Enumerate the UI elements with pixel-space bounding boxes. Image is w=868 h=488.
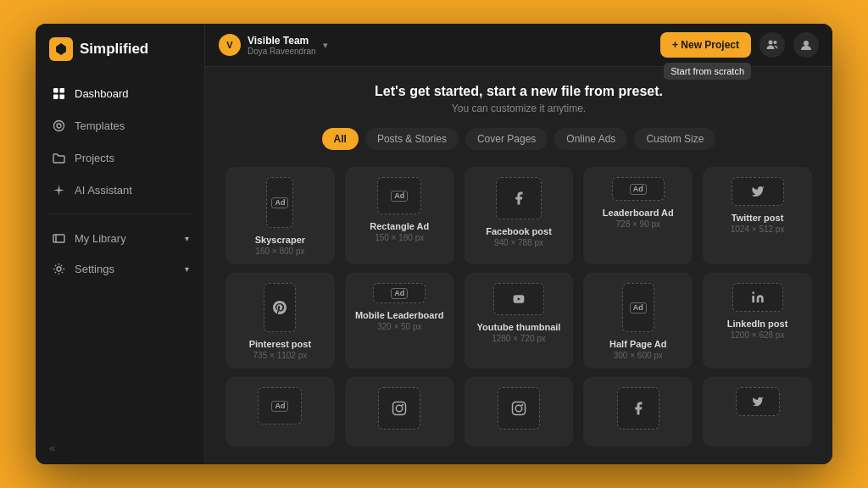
filter-custom-size[interactable]: Custom Size (634, 128, 715, 150)
team-sub: Doya Raveendran (248, 47, 316, 56)
svg-rect-3 (53, 94, 58, 99)
svg-point-16 (396, 405, 403, 412)
sidebar-item-templates[interactable]: Templates (42, 110, 198, 141)
preset-thumb: Ad (232, 177, 328, 228)
svg-point-14 (752, 291, 754, 294)
preset-pinterest-post[interactable]: Pinterest post 735 × 1102 px (225, 273, 335, 369)
preset-leaderboard-ad[interactable]: Ad Leaderboard Ad 728 × 90 px (583, 167, 693, 264)
preset-row3-3[interactable] (465, 377, 574, 446)
profile-button[interactable] (793, 32, 819, 58)
svg-point-11 (804, 41, 809, 46)
sidebar-nav: Dashboard Templates Projects (36, 78, 204, 205)
preset-grid-row2: Pinterest post 735 × 1102 px Ad Mobile L… (225, 273, 812, 369)
preset-size: 160 × 800 px (255, 247, 304, 256)
preset-half-page-ad[interactable]: Ad Half Page Ad 300 × 600 px (583, 273, 693, 369)
preset-row3-2[interactable] (345, 377, 454, 446)
new-project-tooltip: Start from scratch (664, 63, 751, 80)
filter-tabs: All Posts & Stories Cover Pages Online A… (225, 128, 812, 150)
sidebar-divider (49, 214, 191, 214)
logo-icon (49, 37, 73, 61)
content-title: Let's get started, start a new file from… (225, 84, 812, 99)
sidebar-section-settings[interactable]: Settings ▾ (36, 253, 204, 284)
team-info: Visible Team Doya Raveendran (248, 35, 316, 56)
filter-posts-stories[interactable]: Posts & Stories (365, 128, 459, 150)
preset-row3-4[interactable] (583, 377, 693, 446)
svg-point-10 (774, 41, 777, 44)
new-project-tooltip-wrap: + New Project Start from scratch (660, 32, 751, 58)
sidebar-item-projects-label: Projects (75, 152, 114, 164)
preset-linkedin-post[interactable]: LinkedIn post 1200 × 628 px (703, 273, 812, 369)
svg-point-19 (515, 405, 522, 412)
svg-rect-4 (59, 94, 64, 99)
sidebar-item-dashboard-label: Dashboard (75, 87, 129, 100)
preset-rectangle-ad[interactable]: Ad Rectangle Ad 150 × 180 px (345, 167, 454, 264)
sidebar-library-label: My Library (75, 232, 126, 245)
preset-twitter-post[interactable]: Twitter post 1024 × 512 px (703, 167, 812, 264)
topbar: V Visible Team Doya Raveendran ▾ + New P… (205, 24, 832, 67)
preset-mobile-leaderboard[interactable]: Ad Mobile Leaderboard 320 × 50 px (345, 273, 454, 369)
gear-icon (51, 261, 66, 276)
svg-rect-18 (512, 402, 525, 415)
filter-cover-pages[interactable]: Cover Pages (465, 128, 548, 150)
content-area: Let's get started, start a new file from… (205, 67, 832, 464)
preset-name: Skyscraper (255, 235, 305, 245)
new-project-button[interactable]: + New Project (660, 32, 751, 58)
team-avatar: V (219, 34, 241, 56)
svg-point-17 (402, 404, 403, 406)
sidebar-item-ai-assistant[interactable]: AI Assistant (42, 175, 198, 205)
users-button[interactable] (760, 32, 785, 58)
topbar-right: + New Project Start from scratch (660, 32, 819, 58)
app-name: Simplified (80, 41, 148, 58)
svg-rect-2 (59, 88, 64, 93)
svg-rect-1 (53, 88, 58, 93)
team-name: Visible Team (248, 35, 316, 47)
content-subtitle: You can customize it anytime. (225, 103, 812, 114)
preset-grid-row3: Ad (225, 377, 812, 446)
content-header: Let's get started, start a new file from… (225, 84, 812, 114)
svg-point-8 (57, 267, 61, 271)
sparkle-icon (51, 182, 66, 197)
chevron-down-icon-2: ▾ (185, 264, 189, 274)
sidebar-logo: Simplified (36, 24, 204, 78)
svg-point-9 (769, 41, 773, 45)
preset-skyscraper[interactable]: Ad Skyscraper 160 × 800 px (225, 167, 335, 264)
team-selector[interactable]: V Visible Team Doya Raveendran ▾ (219, 34, 328, 56)
sidebar: Simplified Dashboard (36, 24, 205, 464)
library-icon (51, 230, 66, 246)
sidebar-collapse-btn[interactable]: « (36, 431, 204, 464)
sidebar-item-templates-label: Templates (75, 119, 125, 132)
svg-point-20 (521, 404, 523, 406)
folder-icon (51, 150, 66, 165)
sidebar-item-dashboard[interactable]: Dashboard (42, 78, 198, 108)
sidebar-settings-label: Settings (75, 263, 114, 275)
preset-row3-5[interactable] (703, 377, 812, 446)
thumb-inner: Ad (266, 177, 293, 228)
svg-point-5 (53, 120, 64, 130)
svg-rect-13 (752, 296, 754, 302)
preset-youtube-thumbnail[interactable]: Youtube thumbnail 1280 × 720 px (465, 273, 574, 369)
grid-icon (51, 86, 66, 101)
main-area: V Visible Team Doya Raveendran ▾ + New P… (205, 24, 832, 464)
preset-row3-1[interactable]: Ad (225, 377, 335, 446)
layers-icon (51, 118, 66, 133)
collapse-icon: « (49, 441, 55, 454)
app-window: Simplified Dashboard (36, 24, 832, 464)
filter-online-ads[interactable]: Online Ads (554, 128, 627, 150)
svg-rect-15 (393, 402, 406, 415)
sidebar-item-ai-label: AI Assistant (75, 184, 132, 197)
preset-grid-row1: Ad Skyscraper 160 × 800 px Ad Rectangle … (225, 167, 812, 264)
sidebar-item-projects[interactable]: Projects (42, 142, 198, 173)
filter-all[interactable]: All (322, 128, 359, 150)
sidebar-section-library[interactable]: My Library ▾ (36, 223, 204, 253)
preset-facebook-post[interactable]: Facebook post 940 × 788 px (465, 167, 574, 264)
svg-rect-7 (53, 235, 64, 242)
svg-point-6 (57, 124, 61, 128)
team-chevron-icon: ▾ (323, 40, 328, 51)
chevron-down-icon: ▾ (185, 234, 189, 243)
